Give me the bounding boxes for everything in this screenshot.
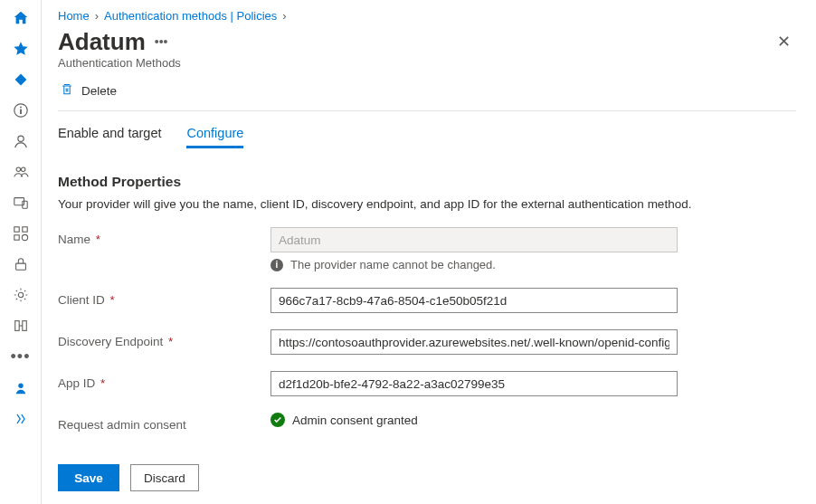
more-actions-icon[interactable]: •••	[155, 34, 168, 49]
info-circle-icon: i	[270, 259, 283, 271]
home-icon[interactable]	[12, 9, 30, 27]
name-label: Name *	[58, 227, 261, 246]
trash-icon	[60, 82, 74, 100]
page-title: Adatum	[58, 28, 146, 56]
breadcrumb-home[interactable]: Home	[58, 9, 90, 23]
app-id-label: App ID *	[58, 371, 261, 390]
devices-icon[interactable]	[12, 194, 30, 212]
breadcrumb-policies[interactable]: Authentication methods | Policies	[104, 9, 277, 23]
name-input	[270, 227, 678, 252]
page-subtitle: Authentication Methods	[58, 56, 796, 70]
breadcrumb: Home › Authentication methods | Policies…	[58, 9, 796, 23]
main-content: Home › Authentication methods | Policies…	[42, 0, 816, 504]
chevron-right-icon: ›	[95, 9, 99, 23]
tabs: Enable and target Configure	[58, 126, 796, 148]
chevron-right-icon: ›	[282, 9, 286, 23]
svg-rect-10	[14, 235, 18, 240]
lock-shield-icon[interactable]	[12, 255, 30, 273]
identity-user-icon[interactable]	[12, 379, 30, 397]
name-hint: i The provider name cannot be changed.	[270, 258, 678, 271]
delete-label: Delete	[81, 84, 117, 98]
svg-point-1	[20, 107, 22, 109]
svg-point-5	[21, 167, 25, 172]
svg-point-17	[18, 384, 23, 388]
svg-point-4	[16, 167, 21, 172]
close-icon[interactable]: ✕	[772, 28, 796, 55]
check-circle-icon	[270, 413, 285, 427]
org-icon[interactable]	[12, 317, 30, 335]
user-icon[interactable]	[12, 132, 30, 150]
tab-enable-target[interactable]: Enable and target	[58, 126, 161, 148]
svg-point-11	[22, 234, 27, 240]
client-id-input[interactable]	[270, 288, 678, 313]
gear-icon[interactable]	[12, 286, 30, 304]
info-icon[interactable]	[12, 101, 30, 119]
more-services-icon[interactable]: •••	[11, 347, 31, 366]
svg-rect-15	[22, 321, 26, 331]
app-id-input[interactable]	[270, 371, 678, 396]
discard-button[interactable]: Discard	[130, 464, 199, 491]
discovery-endpoint-label: Discovery Endpoint *	[58, 329, 261, 348]
toolbar: Delete	[58, 79, 796, 111]
expand-chevrons-icon[interactable]	[12, 410, 30, 428]
svg-rect-14	[14, 321, 19, 331]
consent-status: Admin consent granted	[270, 413, 678, 427]
save-button[interactable]: Save	[58, 464, 119, 491]
consent-label: Request admin consent	[58, 413, 261, 432]
svg-rect-9	[22, 227, 26, 232]
svg-rect-2	[20, 109, 22, 114]
footer-actions: Save Discard	[58, 446, 796, 491]
favorites-star-icon[interactable]	[12, 40, 30, 58]
apps-grid-icon[interactable]	[12, 224, 30, 242]
users-group-icon[interactable]	[12, 163, 30, 181]
svg-point-13	[18, 292, 23, 297]
svg-point-3	[17, 136, 23, 141]
title-row: Adatum ••• ✕	[58, 26, 796, 56]
client-id-label: Client ID *	[58, 288, 261, 307]
svg-rect-8	[14, 227, 18, 232]
svg-rect-12	[15, 263, 25, 270]
form: Name * i The provider name cannot be cha…	[58, 227, 796, 432]
delete-button[interactable]: Delete	[58, 79, 119, 103]
section-description: Your provider will give you the name, cl…	[58, 197, 796, 211]
app-root: ••• Home › Authentication methods | Poli…	[0, 0, 816, 504]
left-nav-rail: •••	[0, 0, 42, 504]
discovery-endpoint-input[interactable]	[270, 329, 678, 355]
section-title: Method Properties	[58, 174, 796, 190]
diamond-icon[interactable]	[12, 71, 30, 89]
tab-configure[interactable]: Configure	[186, 126, 243, 148]
